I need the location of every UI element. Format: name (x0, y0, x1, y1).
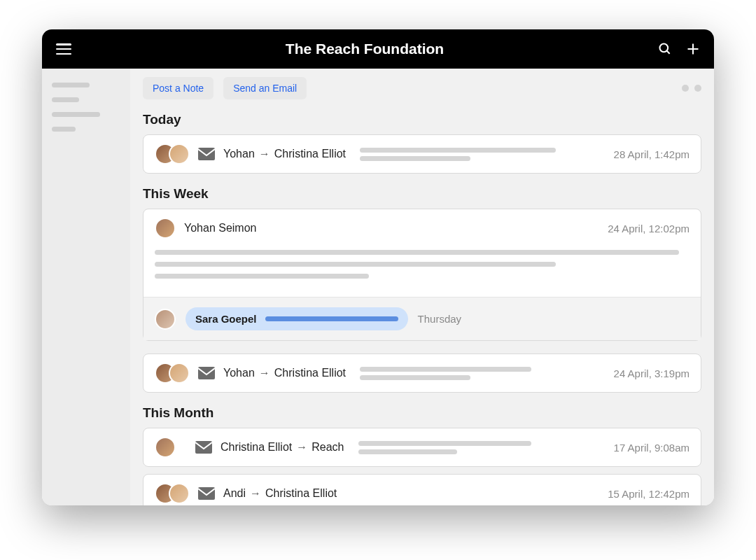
svg-rect-6 (195, 441, 212, 454)
avatar-stack (155, 363, 190, 384)
svg-line-1 (667, 51, 670, 54)
avatar (155, 309, 176, 330)
search-icon[interactable] (658, 42, 672, 56)
from-name: Yohan (223, 148, 255, 160)
email-icon (198, 148, 215, 160)
timestamp: 28 April, 1:42pm (614, 148, 690, 160)
reply-author: Sara Goepel (195, 313, 257, 325)
email-icon (195, 441, 212, 454)
send-email-button[interactable]: Send an Email (223, 77, 307, 99)
timestamp: 17 April, 9:08am (614, 442, 690, 454)
preview-placeholder (360, 144, 606, 164)
preview-placeholder (360, 363, 606, 384)
note-body-placeholder (155, 239, 690, 288)
to-name: Reach (312, 441, 344, 454)
sidebar (42, 69, 130, 505)
activity-feed: Post a Note Send an Email Today (130, 69, 714, 505)
to-name: Christina Elliot (274, 148, 346, 160)
arrow-icon: → (259, 148, 270, 160)
timestamp: 24 April, 12:02pm (608, 223, 690, 234)
svg-rect-5 (198, 367, 215, 379)
email-icon (198, 367, 215, 379)
avatar-stack (155, 144, 190, 164)
timestamp: Thursday (418, 313, 462, 325)
avatar (155, 218, 176, 239)
arrow-icon: → (259, 367, 270, 379)
to-name: Christina Elliot (265, 487, 337, 500)
arrow-icon: → (250, 487, 261, 500)
avatar (155, 437, 176, 458)
email-participants: Christina Elliot → Reach (220, 441, 344, 454)
post-note-button[interactable]: Post a Note (143, 77, 214, 99)
timestamp: 24 April, 3:19pm (614, 368, 690, 379)
svg-point-0 (660, 44, 668, 52)
from-name: Andi (223, 487, 246, 500)
to-name: Christina Elliot (274, 367, 346, 379)
page-title: The Reach Foundation (286, 41, 444, 57)
menu-icon[interactable] (56, 43, 71, 55)
svg-rect-4 (198, 148, 215, 160)
arrow-icon: → (296, 441, 307, 454)
app-header: The Reach Foundation (42, 29, 714, 69)
plus-icon[interactable] (686, 42, 700, 56)
activity-card[interactable]: Yohan Seimon 24 April, 12:02pm Sara Goep… (143, 209, 701, 341)
activity-card[interactable]: Andi → Christina Elliot 15 April, 12:42p… (143, 474, 701, 505)
from-name: Yohan (223, 367, 255, 379)
email-participants: Yohan → Christina Elliot (223, 148, 346, 160)
reply-pill: Sara Goepel (186, 307, 408, 330)
reply-preview-placeholder (265, 316, 398, 321)
section-today: Today (143, 112, 701, 127)
email-icon (198, 487, 215, 500)
section-this-month: This Month (143, 405, 701, 421)
options-dot[interactable] (682, 85, 689, 92)
activity-card[interactable]: Yohan → Christina Elliot 28 April, 1:42p… (143, 134, 701, 174)
timestamp: 15 April, 12:42pm (608, 488, 690, 500)
note-author: Yohan Seimon (184, 222, 257, 234)
from-name: Christina Elliot (220, 441, 292, 454)
email-participants: Andi → Christina Elliot (223, 487, 337, 500)
reply-row[interactable]: Sara Goepel Thursday (144, 297, 701, 340)
email-participants: Yohan → Christina Elliot (223, 367, 346, 379)
activity-card[interactable]: Christina Elliot → Reach 17 April, 9:08a… (143, 428, 701, 467)
app-frame: The Reach Foundation Post a Note Send an… (42, 29, 714, 505)
toolbar: Post a Note Send an Email (143, 77, 701, 99)
preview-placeholder (358, 438, 606, 458)
options-dot[interactable] (694, 85, 701, 92)
section-this-week: This Week (143, 186, 701, 202)
activity-card[interactable]: Yohan → Christina Elliot 24 April, 3:19p… (143, 354, 701, 393)
avatar-stack (155, 483, 190, 504)
svg-rect-7 (198, 487, 215, 500)
